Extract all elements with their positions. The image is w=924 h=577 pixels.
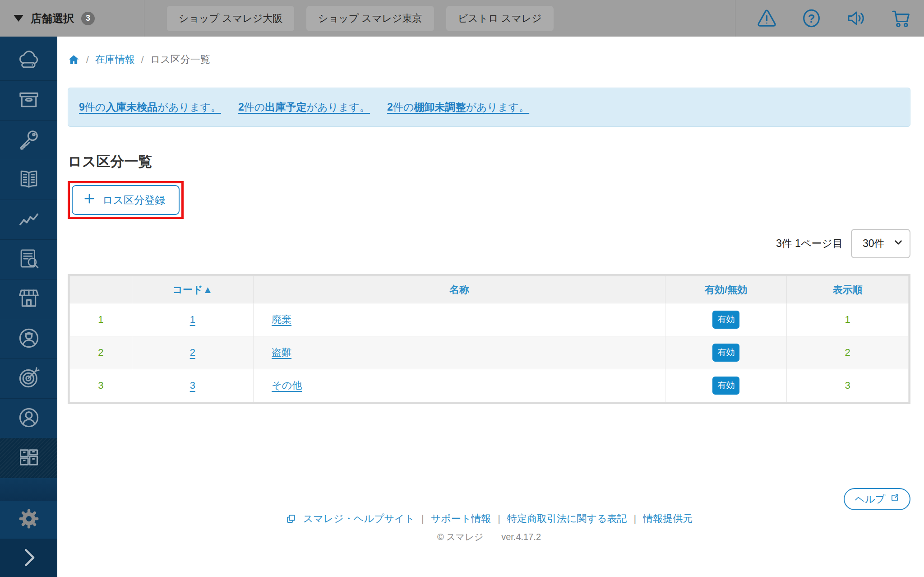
footer-link-support[interactable]: サポート情報 xyxy=(431,512,491,526)
loss-category-table: コード▲ 名称 有効/無効 表示順 1 1 廃棄 有効 1 xyxy=(69,276,909,402)
header-code-sortable[interactable]: コード▲ xyxy=(132,276,254,303)
store-chip-osaka[interactable]: ショップ スマレジ大阪 xyxy=(167,6,294,31)
breadcrumb-separator: / xyxy=(141,54,144,65)
svg-text:?: ? xyxy=(808,12,815,25)
chevron-right-icon xyxy=(17,545,41,571)
notification-banner: 9件の入庫未検品があります。 2件の出庫予定があります。 2件の棚卸未調整があり… xyxy=(68,88,910,127)
breadcrumb-separator: / xyxy=(86,54,89,65)
sidebar-item-target[interactable] xyxy=(0,359,57,399)
row-index: 3 xyxy=(70,369,132,402)
footer-link-legal[interactable]: 特定商取引法に関する表記 xyxy=(507,512,627,526)
store-select-label: 店舗選択 xyxy=(31,11,74,26)
store-chip-bistro[interactable]: ビストロ スマレジ xyxy=(446,6,554,31)
sidebar-item-inventory-active[interactable] xyxy=(0,438,57,478)
table-header-row: コード▲ 名称 有効/無効 表示順 xyxy=(70,276,909,303)
sidebar-collapse-button[interactable] xyxy=(0,539,57,577)
sidebar-item-report[interactable] xyxy=(0,240,57,279)
add-button-label: ロス区分登録 xyxy=(102,193,165,207)
header-order: 表示順 xyxy=(787,276,909,303)
pagination-bar: 3件 1ページ目 30件 xyxy=(68,229,910,258)
sidebar xyxy=(0,37,57,577)
external-window-icon xyxy=(286,513,296,524)
sidebar-item-analytics[interactable] xyxy=(0,200,57,240)
breadcrumb-current: ロス区分一覧 xyxy=(150,53,210,66)
home-icon[interactable] xyxy=(68,54,80,66)
book-icon xyxy=(17,167,41,193)
report-search-icon xyxy=(17,247,41,273)
warning-icon[interactable] xyxy=(756,8,777,29)
topbar: 店舗選択 3 ショップ スマレジ大阪 ショップ スマレジ東京 ビストロ スマレジ… xyxy=(0,0,924,37)
help-button[interactable]: ヘルプ xyxy=(844,488,910,510)
notice-link-stocktake[interactable]: 2件の棚卸未調整があります。 xyxy=(387,100,529,114)
sidebar-item-archive[interactable] xyxy=(0,81,57,121)
display-order: 3 xyxy=(787,369,909,402)
sidebar-item-settings[interactable] xyxy=(0,501,57,539)
page-title: ロス区分一覧 xyxy=(68,152,910,171)
cloud-icon xyxy=(17,48,41,74)
page-size-select[interactable]: 30件 xyxy=(851,229,910,258)
topbar-icon-group: ? xyxy=(735,0,924,37)
status-badge: 有効 xyxy=(712,377,739,395)
annotation-highlight-box: ロス区分登録 xyxy=(68,181,184,219)
code-link[interactable]: 3 xyxy=(190,380,195,391)
notice-link-outgoing[interactable]: 2件の出庫予定があります。 xyxy=(238,100,370,114)
status-badge: 有効 xyxy=(712,311,739,329)
staff-icon xyxy=(17,326,41,352)
plus-icon xyxy=(83,193,95,207)
pagination-summary: 3件 1ページ目 xyxy=(776,237,843,251)
sidebar-item-cloud[interactable] xyxy=(0,41,57,81)
sidebar-item-key[interactable] xyxy=(0,121,57,160)
sidebar-item-member[interactable] xyxy=(0,399,57,438)
sidebar-item-book[interactable] xyxy=(0,160,57,200)
name-link[interactable]: 盗難 xyxy=(272,347,291,358)
code-link[interactable]: 2 xyxy=(190,347,195,358)
row-index: 1 xyxy=(70,303,132,336)
store-chip-tokyo[interactable]: ショップ スマレジ東京 xyxy=(306,6,434,31)
header-index xyxy=(70,276,132,303)
cabinet-icon xyxy=(17,445,41,471)
version-text: ver.4.17.2 xyxy=(501,532,541,542)
store-select-button[interactable]: 店舗選択 3 xyxy=(0,0,144,37)
announcement-icon[interactable] xyxy=(845,8,867,29)
footer-link-helpsite[interactable]: スマレジ・ヘルプサイト xyxy=(303,512,415,526)
help-row: ヘルプ xyxy=(68,488,910,510)
help-button-label: ヘルプ xyxy=(855,493,885,506)
code-link[interactable]: 1 xyxy=(190,314,195,325)
cart-icon[interactable] xyxy=(890,8,911,29)
sidebar-item-store[interactable] xyxy=(0,279,57,319)
body-row: / 在庫情報 / ロス区分一覧 9件の入庫未検品があります。 2件の出庫予定があ… xyxy=(0,37,924,577)
footer-links: スマレジ・ヘルプサイト | サポート情報 | 特定商取引法に関する表記 | 情報… xyxy=(68,512,910,526)
display-order: 1 xyxy=(787,303,909,336)
gear-icon xyxy=(17,507,41,533)
name-link[interactable]: その他 xyxy=(272,380,302,391)
store-count-badge: 3 xyxy=(81,12,95,25)
target-icon xyxy=(17,366,41,392)
notice-link-unreceived[interactable]: 9件の入庫未検品があります。 xyxy=(79,100,221,114)
breadcrumb-link-inventory[interactable]: 在庫情報 xyxy=(95,53,135,66)
trend-chart-icon xyxy=(17,207,41,233)
add-loss-category-button[interactable]: ロス区分登録 xyxy=(72,185,180,215)
sidebar-spacer xyxy=(0,478,57,501)
help-icon[interactable]: ? xyxy=(801,8,822,29)
store-icon xyxy=(17,286,41,312)
footer-separator: | xyxy=(633,513,636,525)
name-link[interactable]: 廃棄 xyxy=(272,314,291,325)
member-icon xyxy=(17,405,41,432)
breadcrumb: / 在庫情報 / ロス区分一覧 xyxy=(68,53,910,66)
footer-separator: | xyxy=(421,513,424,525)
header-name: 名称 xyxy=(254,276,665,303)
sidebar-item-staff[interactable] xyxy=(0,319,57,359)
external-link-icon xyxy=(890,493,900,505)
table-row: 2 2 盗難 有効 2 xyxy=(70,336,909,369)
chevron-down-icon xyxy=(893,237,903,250)
table-row: 1 1 廃棄 有効 1 xyxy=(70,303,909,336)
loss-category-table-wrap: コード▲ 名称 有効/無効 表示順 1 1 廃棄 有効 1 xyxy=(68,274,910,404)
caret-down-icon xyxy=(14,15,23,22)
main-content: / 在庫情報 / ロス区分一覧 9件の入庫未検品があります。 2件の出庫予定があ… xyxy=(57,37,924,577)
status-badge: 有効 xyxy=(712,344,739,362)
row-index: 2 xyxy=(70,336,132,369)
display-order: 2 xyxy=(787,336,909,369)
footer-link-provider[interactable]: 情報提供元 xyxy=(643,512,693,526)
store-chips: ショップ スマレジ大阪 ショップ スマレジ東京 ビストロ スマレジ xyxy=(167,6,554,31)
page-size-value: 30件 xyxy=(863,237,885,251)
